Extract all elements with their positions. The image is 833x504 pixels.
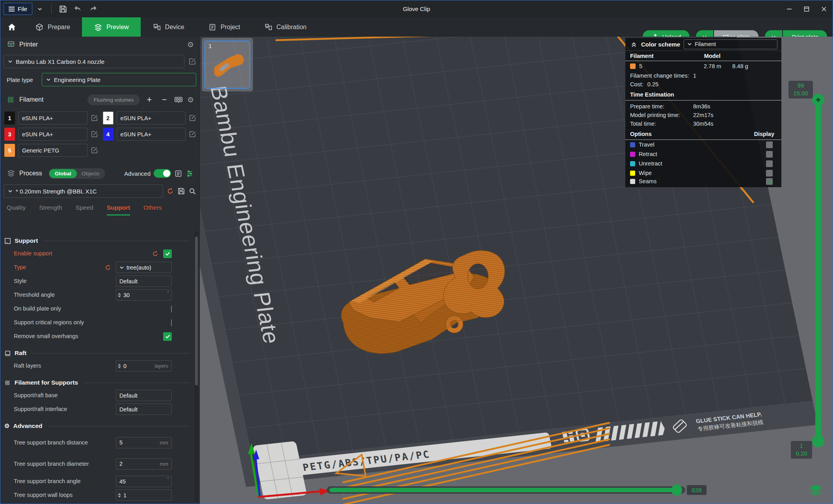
options-header: Options Display — [625, 128, 781, 140]
filament-select[interactable]: Generic PETG — [18, 144, 87, 157]
edit-icon[interactable] — [189, 130, 196, 138]
spinner-arrows[interactable] — [118, 293, 121, 298]
support-style-select[interactable]: Default — [116, 275, 172, 287]
tab-project[interactable]: Project — [196, 17, 252, 37]
tab-support[interactable]: Support — [107, 204, 130, 216]
process-preset-select[interactable]: * 0.20mm Strength @BBL X1C — [4, 184, 163, 198]
spinner-arrows[interactable] — [118, 364, 121, 368]
remove-overhangs-checkbox[interactable] — [163, 332, 172, 341]
move-slider-fill — [329, 488, 676, 492]
enable-support-checkbox[interactable] — [163, 249, 172, 258]
support-type-select[interactable]: tree(auto) — [116, 262, 172, 273]
save-button[interactable] — [56, 3, 71, 15]
edit-icon[interactable] — [91, 147, 98, 154]
filament-color-badge[interactable]: 1 — [4, 112, 15, 125]
branch-angle-input[interactable]: 45 ° — [116, 476, 172, 487]
plate-thumbnail-card[interactable]: 1 — [202, 38, 253, 91]
filament-color-badge[interactable]: 2 — [103, 112, 113, 125]
sidebar-scrollbar[interactable] — [195, 231, 198, 502]
file-menu-button[interactable]: File — [4, 3, 32, 15]
filament-select[interactable]: eSUN PLA+ — [117, 112, 186, 125]
retract-display-checkbox[interactable] — [766, 151, 773, 158]
process-global-toggle[interactable]: Global — [49, 169, 77, 178]
support-raft-interface-select[interactable]: Default — [116, 404, 172, 415]
advanced-toggle[interactable] — [154, 169, 171, 178]
tab-quality[interactable]: Quality — [7, 204, 26, 216]
color-scheme-select[interactable]: Filament — [684, 39, 777, 49]
wipe-display-checkbox[interactable] — [766, 170, 773, 177]
filament-settings-gear-icon[interactable]: ⚙ — [187, 96, 194, 104]
filament-weight: 8.48 g — [732, 63, 748, 69]
redo-icon — [88, 4, 98, 14]
tab-prepare[interactable]: Prepare — [23, 17, 82, 37]
layer-view-button[interactable] — [807, 481, 825, 499]
tab-strength[interactable]: Strength — [39, 204, 62, 216]
add-filament-button[interactable]: + — [144, 95, 155, 105]
settings-scroll-area[interactable]: Support Enable support Type tree(auto) — [0, 231, 194, 504]
seams-display-checkbox[interactable] — [766, 178, 773, 185]
filament-color-badge[interactable]: 3 — [4, 128, 15, 141]
tab-calibration[interactable]: Calibration — [252, 17, 318, 37]
edit-icon[interactable] — [91, 130, 98, 138]
undo-button[interactable] — [71, 3, 86, 15]
tune-icon[interactable] — [186, 169, 194, 178]
branch-diameter-input[interactable]: 2 mm — [116, 458, 172, 470]
tab-others[interactable]: Others — [143, 204, 162, 216]
edit-icon[interactable] — [188, 58, 196, 65]
setting-branch-distance: Tree support branch distance 5 mm — [0, 432, 194, 453]
layer-slider-track[interactable] — [815, 99, 821, 442]
unretract-display-checkbox[interactable] — [766, 160, 773, 167]
redo-button[interactable] — [86, 3, 100, 15]
process-objects-toggle[interactable]: Objects — [77, 171, 104, 177]
travel-display-checkbox[interactable] — [766, 141, 773, 148]
filament-color-badge[interactable]: 5 — [4, 144, 15, 157]
branch-distance-input[interactable]: 5 mm — [116, 437, 172, 448]
minimize-button[interactable] — [781, 0, 798, 17]
collapse-panel-icon[interactable] — [630, 41, 638, 48]
raft-layers-spinner[interactable]: 0 layers — [116, 360, 172, 372]
filament-slot-3: 3 eSUN PLA+ — [4, 128, 98, 141]
file-menu-caret-button[interactable] — [32, 3, 47, 15]
printer-settings-gear-icon[interactable]: ⚙ — [187, 41, 194, 48]
threshold-angle-spinner[interactable]: 30 ° — [116, 289, 172, 301]
filament-select[interactable]: eSUN PLA+ — [18, 128, 87, 141]
search-icon[interactable] — [188, 187, 196, 195]
wall-loops-spinner[interactable]: 1 — [116, 489, 172, 501]
support-raft-base-select[interactable]: Default — [116, 390, 172, 401]
tab-preview[interactable]: Preview — [82, 17, 141, 37]
layer-slider-top-handle[interactable]: + — [812, 94, 824, 106]
save-icon — [59, 5, 67, 13]
remove-filament-button[interactable]: − — [159, 95, 170, 105]
filament-select[interactable]: eSUN PLA+ — [117, 128, 186, 141]
spinner-arrows[interactable] — [118, 493, 121, 498]
move-slider-handle[interactable] — [671, 484, 682, 496]
scrollbar-thumb[interactable] — [195, 236, 198, 385]
filament-color-badge[interactable]: 4 — [103, 128, 113, 141]
tab-device[interactable]: Device — [141, 17, 196, 37]
close-button[interactable] — [815, 0, 833, 17]
reset-icon[interactable] — [104, 264, 112, 271]
plate-type-select[interactable]: Engineering Plate — [42, 73, 196, 86]
layer-slider-bottom-handle[interactable] — [812, 435, 824, 447]
ams-sync-icon[interactable] — [174, 95, 183, 104]
plate-thumbnail-selected[interactable]: 1 — [205, 41, 250, 89]
printer-select[interactable]: Bambu Lab X1 Carbon 0.4 nozzle — [4, 55, 184, 68]
setting-raft-layers: Raft layers 0 layers — [0, 359, 194, 373]
critical-regions-checkbox[interactable] — [171, 319, 172, 326]
reset-icon[interactable] — [151, 250, 159, 257]
param-list-icon[interactable] — [174, 169, 182, 178]
on-build-plate-checkbox[interactable] — [171, 305, 172, 312]
chevron-down-icon — [687, 42, 692, 46]
home-button[interactable] — [0, 17, 23, 37]
filament-select[interactable]: eSUN PLA+ — [18, 112, 87, 125]
setting-remove-small-overhangs: Remove small overhangs — [0, 329, 194, 343]
edit-icon[interactable] — [189, 114, 196, 122]
advanced-label: Advanced — [124, 170, 151, 177]
maximize-button[interactable] — [798, 0, 815, 17]
move-slider-value: 839 — [687, 485, 707, 495]
tab-speed[interactable]: Speed — [76, 204, 93, 216]
edit-icon[interactable] — [91, 114, 98, 122]
flushing-volumes-button[interactable]: Flushing volumes — [87, 95, 140, 105]
reset-preset-icon[interactable] — [166, 187, 174, 195]
save-preset-icon[interactable] — [177, 187, 185, 195]
